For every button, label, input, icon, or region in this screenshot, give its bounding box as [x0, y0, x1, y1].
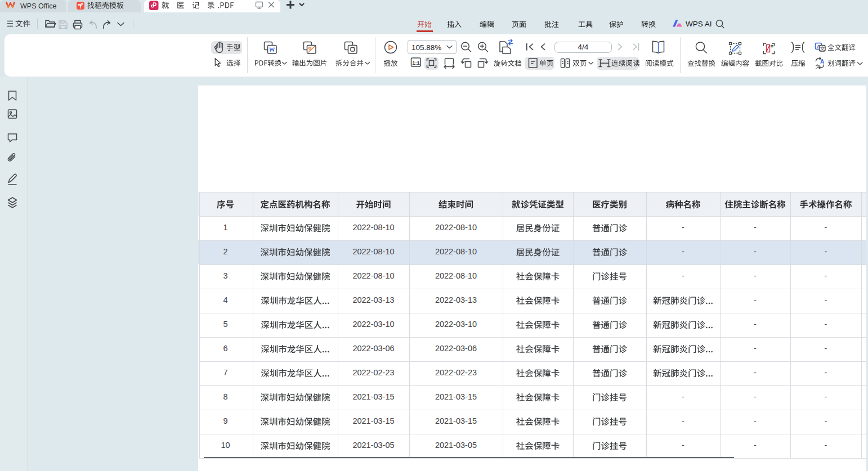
svg-text:1:1: 1:1: [412, 60, 420, 66]
svg-text:A: A: [820, 59, 824, 65]
